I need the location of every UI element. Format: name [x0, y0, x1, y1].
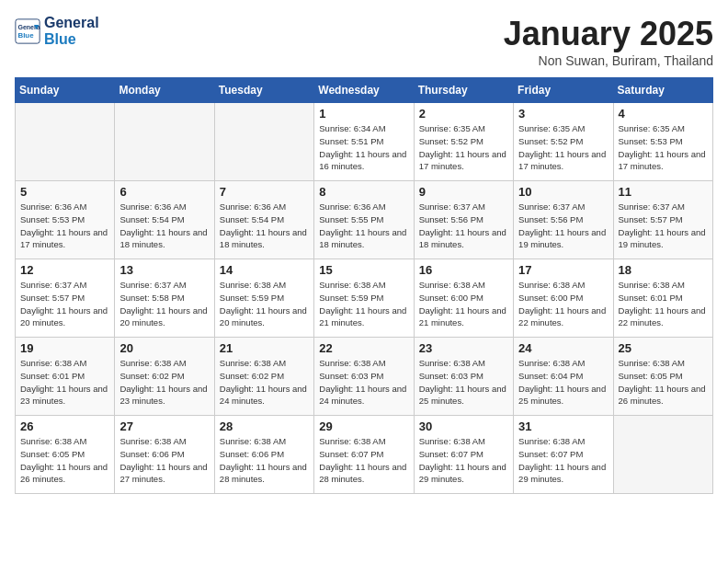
- calendar-week-row: 5Sunrise: 6:36 AMSunset: 5:53 PMDaylight…: [16, 181, 713, 259]
- calendar-cell: 19Sunrise: 6:38 AMSunset: 6:01 PMDayligh…: [16, 338, 115, 416]
- calendar-cell: 8Sunrise: 6:36 AMSunset: 5:55 PMDaylight…: [314, 181, 414, 259]
- day-number: 29: [319, 419, 408, 433]
- day-info: Sunrise: 6:36 AMSunset: 5:54 PMDaylight:…: [119, 201, 209, 251]
- day-number: 9: [419, 185, 508, 199]
- weekday-header-sunday: Sunday: [16, 78, 115, 103]
- day-number: 22: [319, 341, 408, 355]
- day-info: Sunrise: 6:38 AMSunset: 6:06 PMDaylight:…: [220, 435, 309, 486]
- day-number: 31: [518, 419, 608, 433]
- calendar-cell: 18Sunrise: 6:38 AMSunset: 6:01 PMDayligh…: [613, 259, 712, 338]
- calendar-cell: 30Sunrise: 6:38 AMSunset: 6:07 PMDayligh…: [414, 416, 513, 494]
- day-number: 5: [20, 185, 109, 199]
- day-number: 23: [419, 341, 508, 355]
- calendar-cell: [16, 103, 115, 181]
- day-info: Sunrise: 6:38 AMSunset: 6:01 PMDaylight:…: [20, 357, 109, 408]
- logo-general: General: [44, 15, 99, 31]
- day-number: 21: [220, 341, 309, 355]
- day-number: 12: [20, 263, 109, 277]
- logo-icon: General Blue: [15, 18, 40, 44]
- calendar-cell: 20Sunrise: 6:38 AMSunset: 6:02 PMDayligh…: [115, 338, 214, 416]
- day-number: 27: [119, 419, 209, 433]
- calendar-week-row: 26Sunrise: 6:38 AMSunset: 6:05 PMDayligh…: [16, 416, 713, 494]
- day-info: Sunrise: 6:37 AMSunset: 5:57 PMDaylight:…: [619, 201, 708, 251]
- day-info: Sunrise: 6:38 AMSunset: 6:00 PMDaylight:…: [518, 279, 608, 329]
- day-number: 19: [20, 341, 109, 355]
- calendar-cell: 12Sunrise: 6:37 AMSunset: 5:57 PMDayligh…: [16, 259, 115, 338]
- day-info: Sunrise: 6:35 AMSunset: 5:52 PMDaylight:…: [419, 122, 508, 173]
- calendar-cell: 3Sunrise: 6:35 AMSunset: 5:52 PMDaylight…: [514, 103, 613, 181]
- day-info: Sunrise: 6:37 AMSunset: 5:56 PMDaylight:…: [419, 201, 508, 251]
- weekday-header-thursday: Thursday: [414, 78, 513, 103]
- day-number: 17: [518, 263, 608, 277]
- day-info: Sunrise: 6:36 AMSunset: 5:53 PMDaylight:…: [20, 201, 109, 251]
- calendar-cell: 4Sunrise: 6:35 AMSunset: 5:53 PMDaylight…: [613, 103, 712, 181]
- day-info: Sunrise: 6:38 AMSunset: 6:05 PMDaylight:…: [619, 357, 708, 408]
- calendar-cell: 10Sunrise: 6:37 AMSunset: 5:56 PMDayligh…: [514, 181, 613, 259]
- calendar-cell: 27Sunrise: 6:38 AMSunset: 6:06 PMDayligh…: [115, 416, 214, 494]
- calendar-cell: 9Sunrise: 6:37 AMSunset: 5:56 PMDaylight…: [414, 181, 513, 259]
- day-number: 7: [220, 185, 309, 199]
- calendar-cell: 13Sunrise: 6:37 AMSunset: 5:58 PMDayligh…: [115, 259, 214, 338]
- calendar-cell: 1Sunrise: 6:34 AMSunset: 5:51 PMDaylight…: [314, 103, 414, 181]
- day-info: Sunrise: 6:38 AMSunset: 6:03 PMDaylight:…: [419, 357, 508, 408]
- calendar-cell: 29Sunrise: 6:38 AMSunset: 6:07 PMDayligh…: [314, 416, 414, 494]
- calendar-cell: 24Sunrise: 6:38 AMSunset: 6:04 PMDayligh…: [514, 338, 613, 416]
- day-info: Sunrise: 6:34 AMSunset: 5:51 PMDaylight:…: [319, 122, 408, 173]
- day-number: 25: [619, 341, 708, 355]
- day-info: Sunrise: 6:35 AMSunset: 5:53 PMDaylight:…: [619, 122, 708, 173]
- day-number: 6: [119, 185, 209, 199]
- day-number: 11: [619, 185, 708, 199]
- calendar-week-row: 12Sunrise: 6:37 AMSunset: 5:57 PMDayligh…: [16, 259, 713, 338]
- weekday-header-tuesday: Tuesday: [214, 78, 313, 103]
- day-number: 3: [518, 107, 608, 121]
- calendar-week-row: 1Sunrise: 6:34 AMSunset: 5:51 PMDaylight…: [16, 103, 713, 181]
- day-info: Sunrise: 6:37 AMSunset: 5:58 PMDaylight:…: [119, 279, 209, 329]
- day-number: 13: [119, 263, 209, 277]
- day-info: Sunrise: 6:38 AMSunset: 6:07 PMDaylight:…: [419, 435, 508, 486]
- day-number: 8: [319, 185, 408, 199]
- calendar-cell: 22Sunrise: 6:38 AMSunset: 6:03 PMDayligh…: [314, 338, 414, 416]
- day-number: 16: [419, 263, 508, 277]
- day-number: 1: [319, 107, 408, 121]
- calendar-cell: 11Sunrise: 6:37 AMSunset: 5:57 PMDayligh…: [613, 181, 712, 259]
- day-info: Sunrise: 6:38 AMSunset: 6:04 PMDaylight:…: [518, 357, 608, 408]
- calendar-cell: 15Sunrise: 6:38 AMSunset: 5:59 PMDayligh…: [314, 259, 414, 338]
- calendar-table: SundayMondayTuesdayWednesdayThursdayFrid…: [15, 77, 713, 494]
- month-title: January 2025: [504, 15, 713, 53]
- weekday-header-friday: Friday: [514, 78, 613, 103]
- calendar-cell: [613, 416, 712, 494]
- day-info: Sunrise: 6:37 AMSunset: 5:57 PMDaylight:…: [20, 279, 109, 329]
- day-number: 24: [518, 341, 608, 355]
- day-number: 2: [419, 107, 508, 121]
- day-number: 26: [20, 419, 109, 433]
- day-info: Sunrise: 6:38 AMSunset: 6:07 PMDaylight:…: [518, 435, 608, 486]
- calendar-cell: 21Sunrise: 6:38 AMSunset: 6:02 PMDayligh…: [214, 338, 313, 416]
- day-number: 20: [119, 341, 209, 355]
- calendar-cell: 23Sunrise: 6:38 AMSunset: 6:03 PMDayligh…: [414, 338, 513, 416]
- day-info: Sunrise: 6:38 AMSunset: 5:59 PMDaylight:…: [220, 279, 309, 329]
- logo: General Blue General Blue: [15, 15, 99, 47]
- day-number: 18: [619, 263, 708, 277]
- calendar-cell: 6Sunrise: 6:36 AMSunset: 5:54 PMDaylight…: [115, 181, 214, 259]
- day-info: Sunrise: 6:38 AMSunset: 6:00 PMDaylight:…: [419, 279, 508, 329]
- title-block: January 2025 Non Suwan, Buriram, Thailan…: [504, 15, 713, 68]
- calendar-cell: 28Sunrise: 6:38 AMSunset: 6:06 PMDayligh…: [214, 416, 313, 494]
- weekday-header-wednesday: Wednesday: [314, 78, 414, 103]
- day-info: Sunrise: 6:35 AMSunset: 5:52 PMDaylight:…: [518, 122, 608, 173]
- day-info: Sunrise: 6:38 AMSunset: 6:02 PMDaylight:…: [119, 357, 209, 408]
- day-number: 10: [518, 185, 608, 199]
- calendar-cell: [214, 103, 313, 181]
- day-number: 30: [419, 419, 508, 433]
- day-info: Sunrise: 6:37 AMSunset: 5:56 PMDaylight:…: [518, 201, 608, 251]
- day-number: 4: [619, 107, 708, 121]
- calendar-cell: 31Sunrise: 6:38 AMSunset: 6:07 PMDayligh…: [514, 416, 613, 494]
- calendar-cell: 17Sunrise: 6:38 AMSunset: 6:00 PMDayligh…: [514, 259, 613, 338]
- logo-blue: Blue: [44, 31, 99, 48]
- day-info: Sunrise: 6:38 AMSunset: 6:05 PMDaylight:…: [20, 435, 109, 486]
- day-info: Sunrise: 6:36 AMSunset: 5:54 PMDaylight:…: [220, 201, 309, 251]
- calendar-cell: 5Sunrise: 6:36 AMSunset: 5:53 PMDaylight…: [16, 181, 115, 259]
- day-number: 14: [220, 263, 309, 277]
- day-info: Sunrise: 6:36 AMSunset: 5:55 PMDaylight:…: [319, 201, 408, 251]
- weekday-header-saturday: Saturday: [613, 78, 712, 103]
- calendar-cell: [115, 103, 214, 181]
